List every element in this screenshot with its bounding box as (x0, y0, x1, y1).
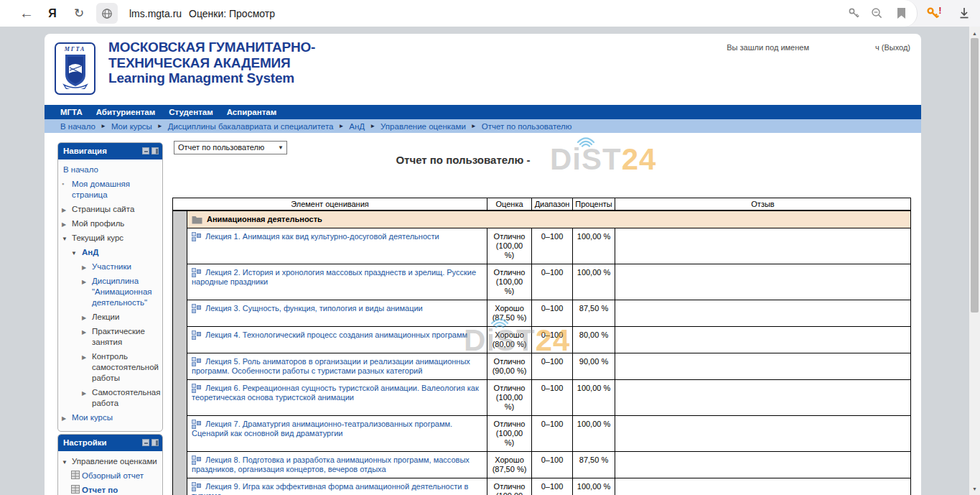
sidebar-link[interactable]: Участники (92, 262, 131, 271)
menu-item-aspirantam[interactable]: Аспирантам (227, 108, 276, 116)
password-alert-icon[interactable]: ! (922, 0, 946, 27)
logout-link[interactable]: ч (Выход) (875, 43, 910, 52)
vertical-scrollbar[interactable]: ▲ ▼ (969, 27, 980, 495)
crumb-course[interactable]: АнД (349, 122, 365, 131)
refresh-icon[interactable]: ↻ (69, 0, 89, 27)
zoom-page-icon[interactable] (866, 0, 887, 27)
sidebar-link[interactable]: Мои курсы (72, 413, 113, 422)
settings-link[interactable]: Управление оценками (72, 457, 157, 466)
scrollbar-thumb[interactable] (971, 38, 979, 313)
sidebar-item-lectures[interactable]: ▶Лекции (62, 312, 159, 323)
range-cell: 0–100 (532, 379, 573, 415)
grade-item-link[interactable]: Лекция 4. Технологический процесс создан… (205, 330, 467, 339)
col-header-range: Диапазон (532, 198, 573, 211)
sidebar-item-site-pages[interactable]: ▶Страницы сайта (62, 204, 159, 215)
crumb-my-courses[interactable]: Мои курсы (111, 122, 152, 131)
block-collapse-icon[interactable] (142, 147, 149, 154)
grade-item-link[interactable]: Лекция 7. Драматургия анимационно-театра… (192, 420, 452, 438)
sidebar-link[interactable]: Практические занятия (92, 327, 145, 346)
crumb-separator-icon: ► (338, 123, 344, 129)
lesson-icon (192, 268, 201, 277)
settings-item-grade-admin[interactable]: ▼Управление оценками (62, 456, 159, 467)
range-cell: 0–100 (532, 326, 573, 353)
grade-item-link[interactable]: Лекция 3. Сущность, функция, типология и… (205, 304, 423, 313)
browser-back-button[interactable]: ← (16, 0, 37, 27)
settings-item-overview-report[interactable]: Обзорный отчет (62, 471, 159, 481)
scroll-up-icon[interactable]: ▲ (969, 28, 980, 38)
sidebar-link[interactable]: Текущий курс (72, 233, 123, 242)
crumb-grade-admin[interactable]: Управление оценками (381, 122, 466, 131)
sidebar-item-participants[interactable]: ▶Участники (62, 262, 159, 272)
percent-cell: 100,00 % (573, 379, 615, 415)
download-icon[interactable] (953, 0, 975, 27)
settings-link[interactable]: Обзорный отчет (82, 471, 144, 480)
bookmark-icon[interactable] (890, 0, 912, 27)
sidebar-item-current-course[interactable]: ▼Текущий курс (62, 233, 159, 244)
menu-item-abiturientam[interactable]: Абитуриентам (96, 108, 155, 116)
url-text[interactable]: lms.mgta.ru (129, 0, 182, 27)
sidebar-link[interactable]: Мой профиль (72, 219, 124, 228)
crumb-separator-icon: ► (157, 123, 163, 129)
grade-item-link[interactable]: Лекция 2. История и хронология массовых … (192, 268, 476, 286)
chevron-right-icon: ▶ (82, 262, 86, 273)
sidebar-link[interactable]: Страницы сайта (72, 205, 134, 213)
crumb-home[interactable]: В начало (60, 122, 95, 131)
sidebar-item-my-courses[interactable]: ▶Мои курсы (62, 412, 159, 423)
chevron-right-icon: ▶ (82, 352, 86, 363)
select-arrow-icon: ▼ (278, 144, 284, 151)
settings-link[interactable]: Отчет по пользователю (82, 486, 141, 495)
lesson-icon (192, 232, 201, 241)
percent-cell: 80,00 % (573, 326, 615, 353)
sidebar-item-home[interactable]: В начало (62, 165, 159, 175)
sidebar-link[interactable]: Самостоятельная работа (92, 388, 160, 407)
settings-block: Настройки ▼Управление оценками Обзорный … (57, 434, 163, 495)
sidebar-item-my-profile[interactable]: ▶Мой профиль (62, 218, 159, 229)
grade-item-link[interactable]: Лекция 8. Подготовка и разработка анимац… (192, 455, 470, 473)
sidebar-item-control[interactable]: ▶Контроль самостоятельной работы (62, 351, 159, 384)
crumb-disciplines[interactable]: Дисциплины бакалавриата и специалитета (168, 122, 334, 131)
grade-item-link[interactable]: Лекция 9. Игра как эффективная форма ани… (192, 482, 468, 495)
grade-item-link[interactable]: Лекция 1. Анимация как вид культурно-дос… (205, 232, 439, 241)
sidebar-link[interactable]: В начало (63, 165, 98, 174)
grade-cell: Отлично(90,00 %) (487, 353, 532, 379)
category-name: Анимационная деятельность (207, 215, 322, 223)
block-dock-icon[interactable] (151, 439, 159, 446)
sidebar-link[interactable]: АнД (82, 248, 98, 256)
sidebar-link[interactable]: Контроль самостоятельной работы (92, 352, 159, 382)
indent-cell (173, 478, 187, 495)
sidebar-link[interactable]: Дисциплина "Анимационная деятельность" (92, 277, 152, 307)
grade-report-icon (71, 485, 80, 494)
login-prefix: Вы зашли под именем (727, 43, 809, 52)
sidebar-item-practice[interactable]: ▶Практические занятия (62, 326, 159, 348)
crumb-separator-icon: ► (370, 123, 375, 129)
sidebar-item-selfwork[interactable]: ▶Самостоятельная работа (62, 387, 159, 409)
sidebar-link[interactable]: Лекции (92, 313, 119, 321)
grade-item-link[interactable]: Лекция 6. Рекреационная сущность туристс… (192, 384, 479, 402)
block-collapse-icon[interactable] (142, 439, 149, 446)
settings-item-user-report[interactable]: Отчет по пользователю (62, 485, 159, 495)
academy-crest-icon (61, 53, 90, 89)
password-manager-icon[interactable] (843, 0, 864, 27)
grade-report-table: Элемент оценивания Оценка Диапазон Проце… (172, 198, 911, 495)
alert-badge: ! (938, 5, 941, 16)
table-row: Лекция 2. История и хронология массовых … (173, 264, 911, 300)
crumb-user-report[interactable]: Отчет по пользователю (482, 122, 572, 131)
yandex-logo-icon[interactable]: Я (43, 0, 62, 27)
sidebar-item-course-and[interactable]: ▼АнД (62, 247, 159, 258)
block-dock-icon[interactable] (151, 147, 159, 154)
range-cell: 0–100 (532, 228, 573, 264)
menu-item-studentam[interactable]: Студентам (169, 108, 213, 116)
menu-item-mgta[interactable]: МГТА (60, 108, 83, 116)
grade-item-link[interactable]: Лекция 5. Роль аниматоров в организации … (192, 357, 470, 375)
sidebar-link[interactable]: Моя домашняя страница (72, 180, 130, 199)
scroll-down-icon[interactable]: ▼ (969, 484, 980, 494)
chevron-right-icon: ▶ (82, 313, 86, 323)
sidebar-item-my-home[interactable]: ▪Моя домашняя страница (62, 179, 159, 200)
table-row: Лекция 5. Роль аниматоров в организации … (173, 353, 911, 379)
logo-text: МГТА (56, 46, 94, 52)
report-type-select[interactable]: Отчет по пользователю ▼ (174, 141, 287, 154)
site-security-button[interactable] (96, 3, 118, 24)
indent-cell (173, 300, 187, 326)
sidebar-item-discipline[interactable]: ▶Дисциплина "Анимационная деятельность" (62, 276, 159, 308)
academy-logo[interactable]: МГТА (55, 42, 95, 95)
